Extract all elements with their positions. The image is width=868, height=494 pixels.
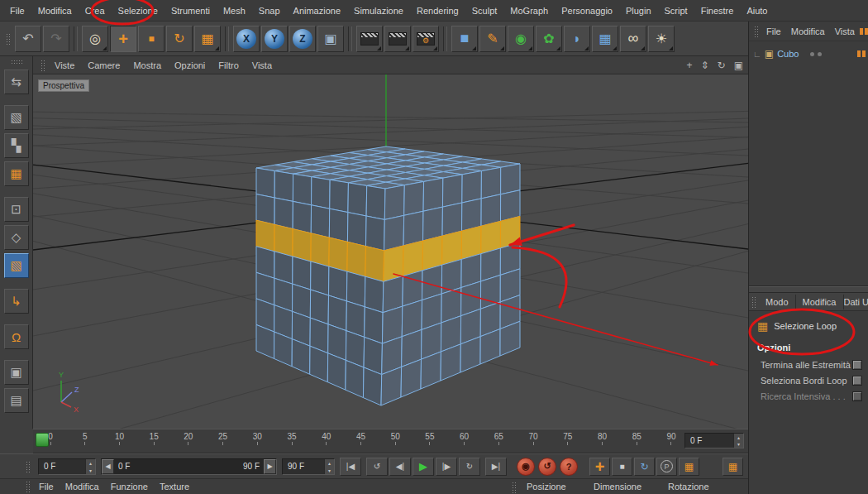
coordinate-menu-item[interactable]: Texture [154, 480, 195, 493]
toolbar-grip[interactable] [6, 33, 11, 45]
last-tool-button[interactable]: ▦ [194, 26, 221, 52]
viewport-menu-item[interactable]: Mostra [126, 59, 168, 72]
menu-item[interactable]: File [3, 2, 31, 19]
range-end-spinner[interactable]: 90 F ▴▾ [282, 458, 335, 475]
range-end-handle[interactable]: ▶ [264, 459, 276, 474]
live-selection-button[interactable]: ◎ [82, 26, 108, 52]
object-manager-grip[interactable] [754, 26, 759, 37]
frame-spinner-value[interactable]: 0 F [39, 459, 85, 474]
x-axis-lock-button[interactable]: X [233, 26, 260, 52]
object-manager[interactable]: ∟ ▣ Cubo [749, 41, 868, 286]
render-picture-viewer-button[interactable] [384, 26, 411, 52]
coordinate-menu-item[interactable]: Funzione [105, 480, 154, 493]
object-manager-menu-item[interactable]: File [761, 25, 786, 38]
attribute-manager-grip[interactable] [751, 296, 756, 308]
menu-item[interactable]: Script [658, 2, 694, 19]
move-tool-button[interactable]: + [110, 26, 136, 52]
mode-toolbar-grip[interactable] [11, 60, 22, 65]
object-row[interactable]: ∟ ▣ Cubo [749, 46, 868, 62]
redo-button[interactable]: ↷ [43, 26, 69, 52]
coordinate-bar-grip[interactable] [26, 481, 31, 492]
coordinate-columns-grip[interactable] [512, 482, 517, 493]
menu-item[interactable]: Aiuto [740, 2, 774, 19]
axis-mode-button[interactable]: ↳ [4, 289, 29, 314]
range-end-spinner-value[interactable]: 90 F [283, 459, 324, 474]
menu-item[interactable]: Finestre [694, 2, 741, 19]
menu-item[interactable]: Selezione [112, 2, 165, 19]
menu-item[interactable]: Simulazione [347, 2, 410, 19]
make-editable-button[interactable]: ⇆ [4, 70, 29, 94]
goto-end-button[interactable]: ▶| [485, 458, 507, 476]
object-manager-menu-item[interactable]: Vista [830, 25, 860, 38]
attribute-tab-right[interactable]: Dati U [844, 297, 868, 307]
step-forward-button[interactable]: |▶ [436, 458, 457, 476]
menu-item[interactable]: Sculpt [465, 2, 504, 19]
floor-button[interactable]: ▦ [592, 26, 618, 52]
rotate-tool-button[interactable]: ↻ [166, 26, 193, 52]
viewport-menu-item[interactable]: Filtro [212, 59, 245, 72]
edges-mode-button[interactable]: ◇ [4, 225, 29, 250]
polygons-mode-button[interactable]: ▧ [4, 253, 29, 278]
panel-splitter[interactable] [749, 286, 868, 293]
key-rotation-button[interactable]: ↻ [634, 458, 655, 476]
attribute-tab[interactable]: Modifica [796, 295, 844, 309]
render-settings-button[interactable]: ⚙ [413, 26, 439, 52]
viewport-menu-item[interactable]: Opzioni [168, 59, 212, 72]
coordinate-menu-item[interactable]: Modifica [60, 480, 105, 493]
intensive-search-checkbox[interactable] [852, 391, 862, 401]
select-loop-edges-checkbox[interactable] [852, 376, 862, 386]
quantize-button[interactable]: ▤ [4, 388, 29, 413]
autokey-toggle-button[interactable]: ▦ [723, 458, 743, 476]
menu-item[interactable]: MoGraph [503, 2, 555, 19]
undo-button[interactable]: ↶ [15, 26, 41, 52]
viewport-pan-icon[interactable]: + [687, 60, 693, 71]
menu-item[interactable]: Mesh [217, 2, 252, 19]
texture-mode-button[interactable]: ▚ [4, 133, 29, 158]
menu-item[interactable]: Rendering [410, 2, 465, 19]
viewport-canvas[interactable]: YZX Prospettiva [33, 74, 748, 429]
y-axis-lock-button[interactable]: Y [261, 26, 288, 52]
current-frame-field[interactable]: 0 F ▴▾ [684, 433, 744, 448]
visibility-dot-render[interactable] [818, 52, 822, 56]
spin-up-icon[interactable]: ▴ [325, 459, 334, 467]
cloner-button[interactable]: ✿ [536, 26, 562, 52]
goto-start-button[interactable]: |◀ [340, 458, 361, 476]
play-reverse-button[interactable]: ↺ [366, 458, 388, 476]
spin-down-icon[interactable]: ▾ [734, 441, 743, 448]
subdivision-surface-button[interactable]: ◉ [508, 26, 534, 52]
menu-item[interactable]: Strumenti [165, 2, 217, 19]
spline-pen-button[interactable]: ✎ [479, 26, 506, 52]
timeline-ruler[interactable]: 051015202530354045505560657075808590 0 F… [33, 429, 748, 453]
attribute-tab[interactable]: Modo [759, 295, 796, 309]
z-axis-lock-button[interactable]: Z [289, 26, 316, 52]
menu-item[interactable]: Snap [252, 2, 287, 19]
lock-workplane-button[interactable]: ▣ [4, 360, 29, 385]
key-position-button[interactable]: + [589, 458, 610, 476]
object-manager-menu-item[interactable]: Modifica [786, 25, 830, 38]
spin-down-icon[interactable]: ▾ [86, 467, 95, 474]
coordinate-menu-item[interactable]: File [33, 480, 60, 493]
viewport-rotate-icon[interactable]: ↻ [718, 60, 726, 71]
workplane-mode-button[interactable]: ▦ [4, 161, 29, 186]
render-view-button[interactable] [356, 26, 383, 52]
viewport-zoom-icon[interactable]: ⇕ [701, 60, 709, 71]
step-back-button[interactable]: ◀| [389, 458, 411, 476]
viewport-menu-item[interactable]: Viste [48, 59, 81, 72]
record-mode-button[interactable]: ↺ [538, 458, 556, 476]
menu-item[interactable]: Modifica [31, 2, 79, 19]
key-scale-button[interactable]: ■ [612, 458, 632, 476]
layer-browser-icon[interactable] [860, 28, 868, 35]
points-mode-button[interactable]: ⊡ [4, 197, 29, 222]
visibility-dots[interactable] [810, 52, 822, 56]
spin-down-icon[interactable]: ▾ [325, 467, 334, 474]
camera-button[interactable]: ∞ [620, 26, 646, 52]
menu-item[interactable]: Personaggio [555, 2, 619, 19]
terminate-at-ends-checkbox[interactable] [852, 360, 862, 370]
scale-tool-button[interactable]: ■ [138, 26, 165, 52]
visibility-dot-editor[interactable] [810, 52, 814, 56]
coordinate-system-button[interactable]: ▣ [317, 26, 344, 52]
current-frame-value[interactable]: 0 F [685, 434, 733, 448]
object-layer-icon[interactable] [857, 50, 866, 57]
snap-toggle-button[interactable]: Ω [4, 324, 29, 349]
object-name[interactable]: Cubo [777, 49, 799, 59]
